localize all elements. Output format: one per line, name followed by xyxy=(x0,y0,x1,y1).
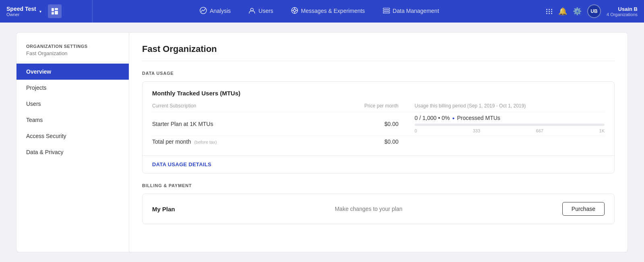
bell-icon[interactable]: 🔔 xyxy=(558,7,567,16)
sidebar-item-projects[interactable]: Projects xyxy=(17,80,129,96)
sidebar: ORGANIZATION SETTINGS Fast Organization … xyxy=(16,32,129,252)
chevron-down-icon: ▾ xyxy=(39,9,41,14)
data-usage-card-inner: Monthly Tracked Users (MTUs) Current Sub… xyxy=(142,82,614,155)
svg-point-7 xyxy=(293,9,296,12)
col-price-header: Price per month xyxy=(342,103,415,109)
sidebar-item-teams[interactable]: Teams xyxy=(17,112,129,128)
nav-right: 🔔 ⚙️ UB Usain B 4 Organizations xyxy=(546,4,644,18)
col-usage-header: Usage this billing period (Sep 1, 2019 -… xyxy=(415,103,605,109)
plan-price: $0.00 xyxy=(342,121,415,127)
progress-label-667: 667 xyxy=(536,128,543,133)
progress-bar-container xyxy=(415,124,605,126)
nav-users[interactable]: Users xyxy=(247,0,275,23)
users-icon xyxy=(248,7,256,15)
nav-messages-label: Messages & Experiments xyxy=(301,8,365,14)
svg-rect-3 xyxy=(55,11,58,14)
usage-label: Processed MTUs xyxy=(457,115,500,121)
mtu-row-1: Starter Plan at 1K MTUs $0.00 0 / 1,000 … xyxy=(152,112,605,136)
usage-text: 0 / 1,000 • 0% xyxy=(415,115,450,121)
sidebar-item-users[interactable]: Users xyxy=(17,96,129,112)
usage-column: 0 / 1,000 • 0% ● Processed MTUs 0 333 66… xyxy=(415,115,605,133)
messages-icon xyxy=(291,7,298,15)
main-wrapper: ORGANIZATION SETTINGS Fast Organization … xyxy=(0,23,644,262)
user-orgs: 4 Organizations xyxy=(607,12,638,17)
main-content: Fast Organization DATA USAGE Monthly Tra… xyxy=(129,32,628,252)
gear-icon[interactable]: ⚙️ xyxy=(573,7,582,16)
sidebar-org-name: Fast Organization xyxy=(17,50,129,56)
data-usage-card: Monthly Tracked Users (MTUs) Current Sub… xyxy=(142,81,615,173)
plan-subtitle: Make changes to your plan xyxy=(335,206,402,212)
svg-rect-14 xyxy=(383,12,390,13)
my-plan-label: My Plan xyxy=(152,206,175,212)
billing-card: My Plan Make changes to your plan Purcha… xyxy=(142,194,615,224)
svg-rect-2 xyxy=(52,12,54,14)
sidebar-item-label: Access Security xyxy=(26,133,66,139)
nav-data-management[interactable]: Data Management xyxy=(381,0,441,23)
brand-name: Speed Test xyxy=(6,6,36,12)
dashboard-icon[interactable] xyxy=(48,4,62,18)
sidebar-item-label: Users xyxy=(26,101,41,107)
brand-section[interactable]: Speed Test Owner ▾ xyxy=(0,0,93,23)
analysis-icon xyxy=(200,7,207,15)
avatar[interactable]: UB xyxy=(587,4,601,18)
sidebar-item-label: Data & Privacy xyxy=(26,149,64,155)
user-info: Usain B 4 Organizations xyxy=(607,6,638,17)
sidebar-item-label: Overview xyxy=(26,68,51,75)
progress-label-333: 333 xyxy=(473,128,480,133)
nav-data-label: Data Management xyxy=(393,8,439,14)
svg-rect-0 xyxy=(52,8,54,11)
billing-card-row: My Plan Make changes to your plan Purcha… xyxy=(142,194,614,224)
total-price: $0.00 xyxy=(342,138,415,145)
nav-users-label: Users xyxy=(258,8,273,14)
total-label: Total per month (before tax) xyxy=(152,138,342,145)
sidebar-item-data-privacy[interactable]: Data & Privacy xyxy=(17,144,129,160)
data-usage-details-link[interactable]: DATA USAGE DETAILS xyxy=(142,155,614,173)
usage-dot: ● xyxy=(452,116,454,120)
sidebar-item-label: Teams xyxy=(26,117,43,123)
plan-name: Starter Plan at 1K MTUs xyxy=(152,121,342,127)
topnav: Speed Test Owner ▾ Analysis Users xyxy=(0,0,644,23)
nav-center: Analysis Users Messages & Experiments Da… xyxy=(93,0,546,23)
grid-icon[interactable] xyxy=(546,9,553,14)
purchase-button[interactable]: Purchase xyxy=(562,202,605,216)
mtu-total-row: Total per month (before tax) $0.00 xyxy=(152,136,605,147)
progress-label-0: 0 xyxy=(415,128,417,133)
sidebar-item-overview[interactable]: Overview xyxy=(17,64,129,80)
mtu-title: Monthly Tracked Users (MTUs) xyxy=(152,90,605,97)
data-management-icon xyxy=(383,7,390,15)
svg-rect-13 xyxy=(383,10,390,11)
user-name: Usain B xyxy=(618,6,638,12)
svg-rect-12 xyxy=(383,8,390,9)
svg-rect-1 xyxy=(55,8,58,10)
page-title: Fast Organization xyxy=(142,44,615,61)
col-subscription-header: Current Subscription xyxy=(152,103,342,109)
billing-section-label: BILLING & PAYMENT xyxy=(142,183,615,188)
sidebar-item-access-security[interactable]: Access Security xyxy=(17,128,129,144)
brand-role: Owner xyxy=(6,12,36,17)
sidebar-item-label: Projects xyxy=(26,85,47,91)
nav-messages[interactable]: Messages & Experiments xyxy=(289,0,367,23)
avatar-initials: UB xyxy=(590,8,597,14)
sidebar-section-title: ORGANIZATION SETTINGS xyxy=(17,44,129,49)
nav-analysis-label: Analysis xyxy=(210,8,231,14)
nav-analysis[interactable]: Analysis xyxy=(198,0,232,23)
data-usage-section-label: DATA USAGE xyxy=(142,71,615,76)
table-header: Current Subscription Price per month Usa… xyxy=(152,103,605,109)
progress-label-1k: 1K xyxy=(599,128,605,133)
progress-labels: 0 333 667 1K xyxy=(415,128,605,133)
